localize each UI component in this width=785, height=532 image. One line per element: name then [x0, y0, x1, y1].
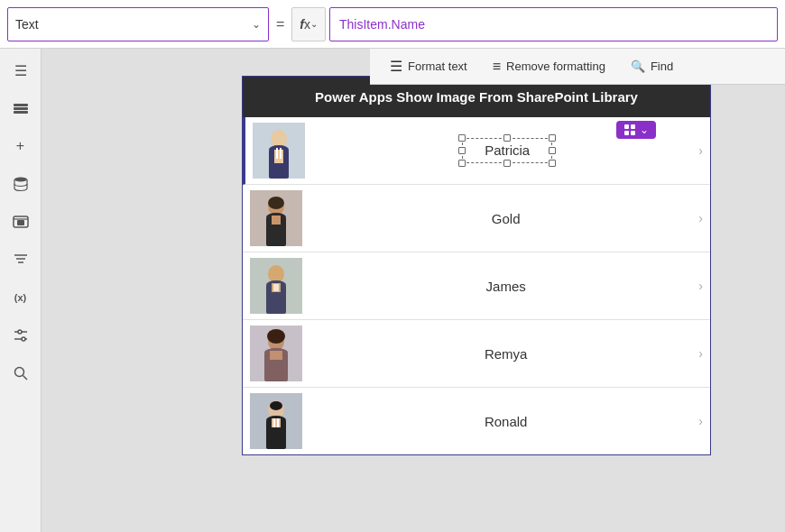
person-silhouette-2: [250, 190, 302, 246]
format-text-label: Format text: [408, 60, 467, 73]
name-cell-remya: Remya: [313, 346, 698, 362]
svg-rect-21: [631, 131, 635, 135]
app-frame: Power Apps Show Image From SharePoint Li…: [242, 76, 711, 455]
svg-rect-53: [277, 418, 279, 427]
svg-rect-19: [631, 124, 635, 129]
row-name-remya: Remya: [485, 346, 528, 362]
format-text-icon: ☰: [390, 58, 402, 75]
layers-icon[interactable]: [6, 94, 35, 123]
handle-bl: [458, 160, 466, 167]
selected-text-container: Patricia: [462, 138, 552, 163]
svg-rect-20: [624, 131, 629, 135]
row-arrow-james: ›: [698, 279, 703, 293]
svg-rect-1: [14, 107, 28, 110]
grid-icon: [623, 124, 636, 136]
filter-icon[interactable]: [6, 245, 35, 274]
row-name-james: James: [486, 279, 526, 294]
row-name-gold: Gold: [492, 211, 521, 226]
row-arrow-ronald: ›: [698, 414, 703, 428]
handle-br: [549, 160, 556, 167]
row-image-gold: [250, 190, 302, 246]
person-silhouette-5: [250, 393, 302, 449]
row-image-patricia: [253, 123, 305, 179]
remove-formatting-label: Remove formatting: [506, 60, 605, 73]
list-row[interactable]: ⌄: [243, 117, 710, 185]
top-bar: Text ⌄ = f x ⌄: [0, 0, 785, 49]
settings-icon[interactable]: [6, 321, 35, 350]
list-row[interactable]: Gold ›: [243, 185, 710, 252]
person-silhouette-3: [250, 258, 302, 314]
property-dropdown[interactable]: Text ⌄: [7, 7, 269, 41]
find-icon: 🔍: [631, 60, 645, 73]
svg-rect-2: [14, 111, 28, 114]
list-row[interactable]: James ›: [243, 252, 710, 320]
svg-rect-52: [273, 418, 275, 427]
person-silhouette-4: [250, 326, 302, 381]
svg-rect-18: [624, 124, 629, 129]
name-cell-james: James: [313, 279, 698, 294]
props-chevron: ⌄: [640, 124, 649, 136]
row-name-patricia: Patricia: [485, 142, 530, 158]
name-cell-patricia: Patricia: [316, 138, 698, 163]
sidebar: ☰ + (x): [0, 49, 42, 532]
remove-formatting-icon: ≡: [493, 59, 501, 75]
fx-label: x: [304, 17, 310, 32]
find-button[interactable]: 🔍 Find: [620, 53, 684, 80]
row-name-ronald: Ronald: [485, 414, 528, 429]
svg-rect-27: [276, 148, 278, 159]
add-icon[interactable]: +: [6, 132, 35, 161]
svg-rect-51: [272, 418, 281, 427]
remove-formatting-button[interactable]: ≡ Remove formatting: [482, 53, 616, 80]
row-image-ronald: [250, 393, 302, 449]
media-icon[interactable]: [6, 207, 35, 236]
svg-point-11: [18, 330, 22, 334]
property-dropdown-text: Text: [15, 17, 252, 32]
svg-rect-34: [272, 216, 281, 225]
variable-icon[interactable]: (x): [6, 283, 35, 312]
row-arrow-gold: ›: [698, 211, 703, 225]
svg-rect-28: [280, 148, 282, 159]
svg-point-3: [14, 178, 27, 182]
row-image-james: [250, 258, 302, 314]
svg-point-14: [22, 337, 25, 341]
properties-button[interactable]: ⌄: [616, 121, 656, 139]
chevron-down-icon: ⌄: [252, 18, 261, 31]
equals-sign: =: [276, 16, 284, 32]
svg-rect-26: [274, 150, 283, 163]
fx-chevron: ⌄: [310, 19, 318, 29]
find-label: Find: [651, 60, 673, 73]
format-toolbar: ☰ Format text ≡ Remove formatting 🔍 Find: [370, 49, 785, 85]
search-sidebar-icon[interactable]: [6, 359, 35, 388]
name-cell-ronald: Ronald: [313, 414, 698, 429]
row-arrow-remya: ›: [698, 346, 703, 361]
row-image-remya: [250, 326, 302, 381]
svg-rect-46: [270, 351, 282, 360]
app-title: Power Apps Show Image From SharePoint Li…: [315, 89, 638, 105]
handle-tm: [503, 134, 511, 142]
list-row[interactable]: Remya ›: [243, 320, 710, 388]
database-icon[interactable]: [6, 170, 35, 198]
svg-point-54: [270, 401, 282, 410]
svg-point-31: [268, 197, 284, 209]
svg-rect-40: [273, 284, 279, 291]
hamburger-icon[interactable]: ☰: [6, 56, 35, 85]
handle-tl: [458, 134, 466, 142]
handle-ml: [458, 147, 466, 154]
name-cell-gold: Gold: [313, 211, 698, 226]
svg-point-16: [14, 368, 23, 377]
formula-input[interactable]: [329, 7, 778, 41]
row-arrow-patricia: ›: [698, 143, 703, 158]
handle-bm: [503, 160, 511, 167]
svg-rect-5: [17, 220, 24, 225]
list-row[interactable]: Ronald ›: [243, 388, 710, 454]
format-text-button[interactable]: ☰ Format text: [379, 53, 478, 80]
handle-mr: [549, 147, 556, 154]
canvas-area: Power Apps Show Image From SharePoint Li…: [42, 49, 785, 532]
fx-button[interactable]: f x ⌄: [291, 7, 326, 41]
person-silhouette-1: [253, 123, 305, 179]
svg-line-17: [23, 376, 27, 381]
svg-point-43: [267, 329, 285, 344]
svg-rect-0: [14, 104, 28, 106]
handle-tr: [549, 134, 556, 142]
